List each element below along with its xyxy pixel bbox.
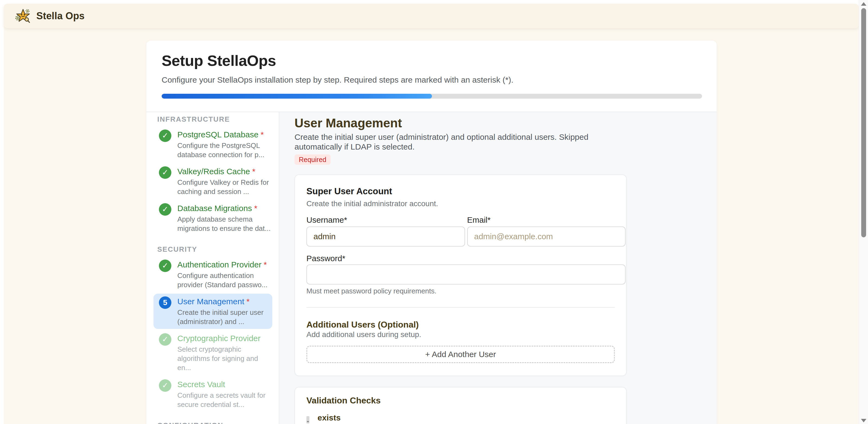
step-completed-icon: ✓ — [159, 166, 172, 179]
setup-card-header: Setup StellaOps Configure your StellaOps… — [147, 41, 717, 99]
email-input[interactable] — [467, 227, 626, 247]
step-number-badge: 5 — [159, 296, 172, 309]
required-asterisk: * — [252, 167, 255, 176]
validation-checks-card: Validation Checks exists Check passed — [294, 387, 627, 424]
required-asterisk: * — [254, 204, 257, 213]
step-completed-icon: ✓ — [159, 260, 172, 272]
check-status-icon — [306, 416, 309, 423]
progress-fill — [162, 94, 432, 99]
check-name: exists — [317, 414, 362, 422]
scrollbar-thumb[interactable] — [861, 8, 866, 237]
step-title: Authentication Provider* — [177, 260, 267, 269]
username-label: Username* — [306, 215, 465, 225]
step-skipped-icon: ✓ — [159, 333, 172, 346]
sidebar-item-secrets-vault[interactable]: ✓ Secrets Vault Configure a secrets vaul… — [153, 377, 272, 412]
super-user-account-card: Super User Account Create the initial ad… — [294, 174, 627, 376]
step-description: Select cryptographic algorithms for sign… — [177, 345, 271, 372]
step-title: PostgreSQL Database* — [177, 130, 264, 139]
card-title: Super User Account — [306, 186, 615, 197]
scrollbar-up-arrow-icon[interactable] — [861, 2, 866, 6]
brand-title: Stella Ops — [36, 10, 85, 22]
validation-card-title: Validation Checks — [306, 395, 615, 406]
sidebar-item-authentication-provider[interactable]: ✓ Authentication Provider* Configure aut… — [153, 257, 272, 292]
stella-ops-logo-icon — [15, 8, 31, 24]
section-label-infrastructure: INFRASTRUCTURE — [157, 115, 272, 124]
additional-users-heading: Additional Users (Optional) — [306, 319, 615, 330]
page-subtitle: Configure your StellaOps installation st… — [162, 75, 702, 85]
sidebar-item-user-management[interactable]: 5 User Management* Create the initial su… — [153, 294, 272, 329]
step-title: User Management* — [177, 297, 249, 306]
sidebar-item-valkey-redis-cache[interactable]: ✓ Valkey/Redis Cache* Configure Valkey o… — [153, 164, 272, 199]
step-title: Cryptographic Provider — [177, 334, 260, 343]
step-description: Configure Valkey or Redis for caching an… — [177, 178, 271, 196]
card-subtitle: Create the initial administrator account… — [306, 199, 615, 208]
section-label-security: SECURITY — [157, 245, 272, 254]
step-skipped-icon: ✓ — [159, 379, 172, 392]
step-description-text: Create the initial super user (administr… — [294, 132, 593, 152]
top-header-bar: Stella Ops — [4, 4, 859, 28]
step-completed-icon: ✓ — [159, 130, 172, 142]
validation-check-row: exists Check passed — [306, 414, 615, 424]
setup-wizard-app: Stella Ops Setup StellaOps Configure you… — [0, 0, 868, 424]
required-asterisk: * — [260, 130, 264, 139]
add-another-user-button[interactable]: + Add Another User — [306, 346, 615, 363]
section-divider — [306, 307, 615, 308]
required-badge: Required — [294, 155, 331, 165]
steps-sidebar: INFRASTRUCTURE ✓ PostgreSQL Database* Co… — [147, 112, 279, 424]
step-title: Database Migrations* — [177, 204, 257, 213]
step-title: Valkey/Redis Cache* — [177, 167, 255, 176]
sidebar-item-database-migrations[interactable]: ✓ Database Migrations* Apply database sc… — [153, 200, 272, 236]
step-description: Configure authentication provider (Stand… — [177, 271, 271, 289]
password-helper-text: Must meet password policy requirements. — [306, 287, 615, 295]
page-title: Setup StellaOps — [162, 52, 702, 69]
setup-card: Setup StellaOps Configure your StellaOps… — [147, 41, 717, 424]
password-label: Password* — [306, 254, 615, 263]
username-input[interactable] — [306, 227, 465, 247]
required-asterisk: * — [264, 260, 267, 269]
password-input[interactable] — [306, 264, 626, 285]
email-label: Email* — [467, 215, 626, 225]
step-description: Create the initial super user (administr… — [177, 308, 271, 326]
required-asterisk: * — [247, 297, 250, 306]
step-description: Configure a secrets vault for secure cre… — [177, 391, 271, 409]
sidebar-item-postgresql-database[interactable]: ✓ PostgreSQL Database* Configure the Pos… — [153, 127, 272, 162]
scrollbar-down-arrow-icon[interactable] — [861, 419, 866, 422]
additional-users-subtitle: Add additional users during setup. — [306, 330, 615, 339]
step-description: Configure the PostgreSQL database connec… — [177, 141, 271, 159]
step-completed-icon: ✓ — [159, 203, 172, 216]
step-title: Secrets Vault — [177, 380, 225, 389]
setup-progress-bar — [162, 94, 702, 99]
section-label-configuration: CONFIGURATION — [157, 421, 272, 424]
step-content-panel: User Management Create the initial super… — [279, 112, 717, 424]
sidebar-item-cryptographic-provider[interactable]: ✓ Cryptographic Provider Select cryptogr… — [153, 330, 272, 375]
step-heading: User Management — [294, 115, 717, 131]
vertical-scrollbar[interactable] — [859, 0, 868, 424]
step-description: Apply database schema migrations to ensu… — [177, 215, 271, 233]
